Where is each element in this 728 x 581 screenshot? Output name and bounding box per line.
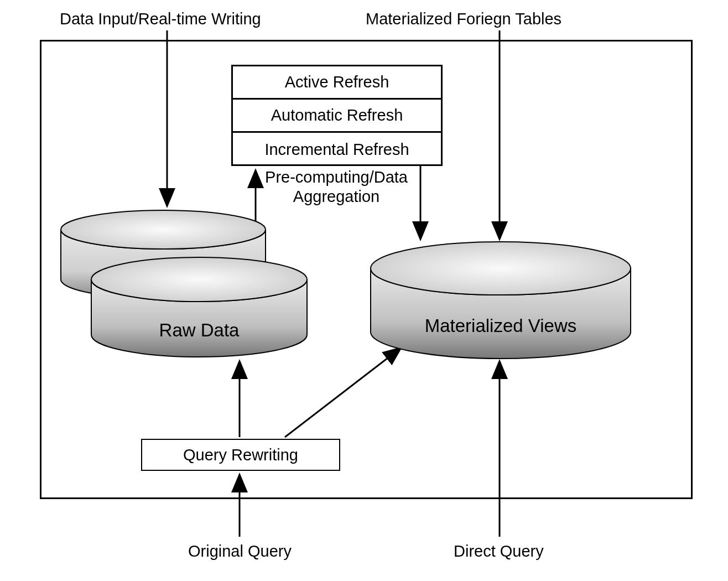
label-direct-query: Direct Query bbox=[454, 542, 544, 561]
cylinder-raw-data-front: Raw Data bbox=[89, 255, 310, 360]
refresh-row-automatic: Automatic Refresh bbox=[233, 100, 441, 133]
cylinder-materialized-views: Materialized Views bbox=[368, 241, 633, 362]
label-raw-data: Raw Data bbox=[89, 320, 310, 341]
query-rewriting-box: Query Rewriting bbox=[141, 439, 340, 471]
refresh-box: Active Refresh Automatic Refresh Increme… bbox=[231, 65, 443, 166]
label-original-query: Original Query bbox=[188, 542, 292, 561]
svg-point-11 bbox=[371, 242, 631, 295]
label-materialized-views: Materialized Views bbox=[368, 315, 633, 336]
refresh-row-active: Active Refresh bbox=[233, 66, 441, 100]
label-pre-computing: Pre-computing/DataAggregation bbox=[259, 168, 414, 206]
label-data-input: Data Input/Real-time Writing bbox=[60, 10, 261, 28]
label-materialized-foreign-tables: Materialized Foriegn Tables bbox=[366, 10, 561, 28]
label-query-rewriting: Query Rewriting bbox=[183, 446, 298, 464]
svg-point-10 bbox=[91, 257, 307, 302]
refresh-row-incremental: Incremental Refresh bbox=[233, 133, 441, 166]
svg-point-9 bbox=[61, 210, 266, 249]
